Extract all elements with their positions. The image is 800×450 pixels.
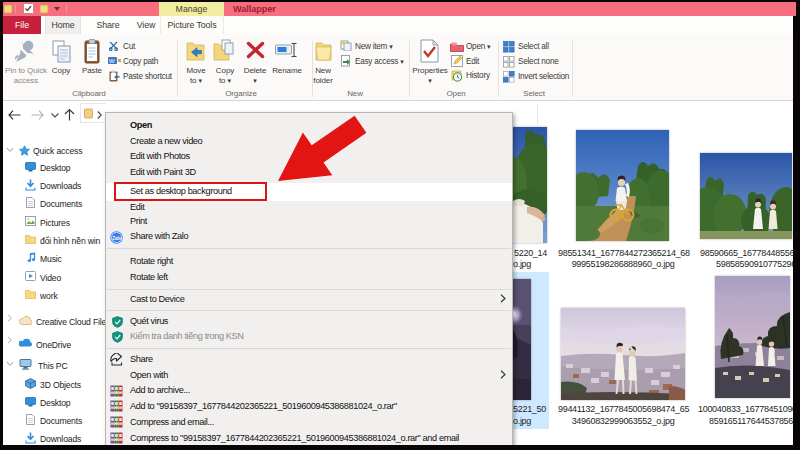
svg-text:Zalo: Zalo (112, 235, 122, 240)
svg-text:W: W (109, 58, 115, 64)
